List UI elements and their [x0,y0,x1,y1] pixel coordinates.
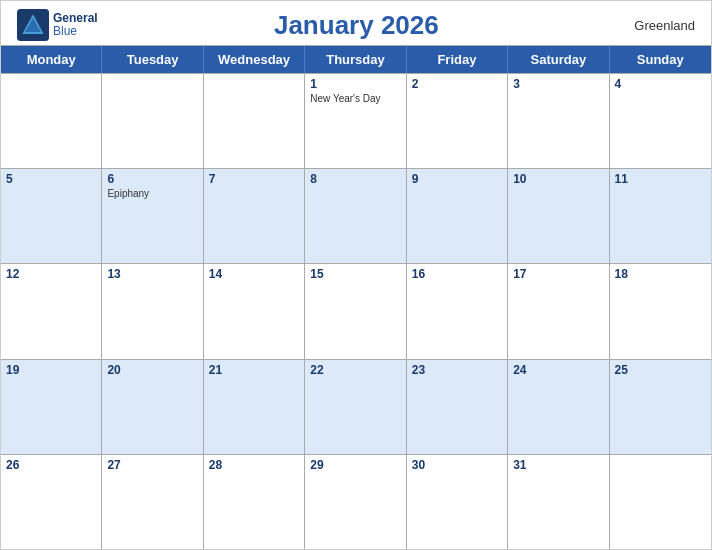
day-cell: 8 [305,169,406,263]
day-cell: 25 [610,360,711,454]
day-number: 19 [6,363,96,377]
day-cell: 11 [610,169,711,263]
day-number: 21 [209,363,299,377]
holiday-label: New Year's Day [310,93,400,105]
day-cell: 31 [508,455,609,549]
day-cell: 26 [1,455,102,549]
day-cell [1,74,102,168]
day-cell: 9 [407,169,508,263]
day-number: 8 [310,172,400,186]
day-number: 10 [513,172,603,186]
day-number: 5 [6,172,96,186]
day-number: 6 [107,172,197,186]
day-cell: 23 [407,360,508,454]
day-number: 27 [107,458,197,472]
header-saturday: Saturday [508,46,609,73]
day-number: 25 [615,363,706,377]
calendar-grid: Monday Tuesday Wednesday Thursday Friday… [1,45,711,549]
holiday-label: Epiphany [107,188,197,200]
month-title: January 2026 [98,10,615,41]
weeks-container: 1New Year's Day23456Epiphany789101112131… [1,73,711,549]
header-sunday: Sunday [610,46,711,73]
day-cell: 3 [508,74,609,168]
header-thursday: Thursday [305,46,406,73]
day-cell: 28 [204,455,305,549]
day-cell: 16 [407,264,508,358]
day-number: 18 [615,267,706,281]
day-cell: 1New Year's Day [305,74,406,168]
logo-text: General Blue [53,12,98,38]
day-cell: 14 [204,264,305,358]
day-number: 14 [209,267,299,281]
header-wednesday: Wednesday [204,46,305,73]
day-number: 7 [209,172,299,186]
day-number: 1 [310,77,400,91]
day-cell: 29 [305,455,406,549]
header-monday: Monday [1,46,102,73]
day-number: 12 [6,267,96,281]
day-number: 20 [107,363,197,377]
day-cell: 7 [204,169,305,263]
day-number: 24 [513,363,603,377]
day-cell: 27 [102,455,203,549]
day-number: 29 [310,458,400,472]
day-cell: 20 [102,360,203,454]
day-number: 31 [513,458,603,472]
day-number: 28 [209,458,299,472]
day-cell: 22 [305,360,406,454]
day-cell: 4 [610,74,711,168]
day-number: 13 [107,267,197,281]
day-cell: 13 [102,264,203,358]
logo-area: General Blue [17,9,98,41]
week-row-1: 1New Year's Day234 [1,73,711,168]
day-cell: 17 [508,264,609,358]
day-number: 23 [412,363,502,377]
day-number: 3 [513,77,603,91]
day-cell [610,455,711,549]
day-number: 22 [310,363,400,377]
day-number: 16 [412,267,502,281]
day-number: 2 [412,77,502,91]
day-cell [102,74,203,168]
day-cell: 24 [508,360,609,454]
week-row-3: 12131415161718 [1,263,711,358]
header-tuesday: Tuesday [102,46,203,73]
week-row-5: 262728293031 [1,454,711,549]
day-cell: 18 [610,264,711,358]
day-number: 15 [310,267,400,281]
generalblue-logo-icon [17,9,49,41]
day-cell: 5 [1,169,102,263]
day-cell: 2 [407,74,508,168]
day-number: 9 [412,172,502,186]
day-cell: 12 [1,264,102,358]
day-number: 26 [6,458,96,472]
day-cell: 21 [204,360,305,454]
region-label: Greenland [615,18,695,33]
week-row-2: 56Epiphany7891011 [1,168,711,263]
day-cell: 15 [305,264,406,358]
day-headers-row: Monday Tuesday Wednesday Thursday Friday… [1,46,711,73]
calendar-container: General Blue January 2026 Greenland Mond… [0,0,712,550]
day-cell [204,74,305,168]
week-row-4: 19202122232425 [1,359,711,454]
day-cell: 19 [1,360,102,454]
day-cell: 6Epiphany [102,169,203,263]
day-cell: 30 [407,455,508,549]
day-number: 4 [615,77,706,91]
day-number: 30 [412,458,502,472]
day-cell: 10 [508,169,609,263]
top-bar: General Blue January 2026 Greenland [1,1,711,45]
day-number: 11 [615,172,706,186]
day-number: 17 [513,267,603,281]
header-friday: Friday [407,46,508,73]
